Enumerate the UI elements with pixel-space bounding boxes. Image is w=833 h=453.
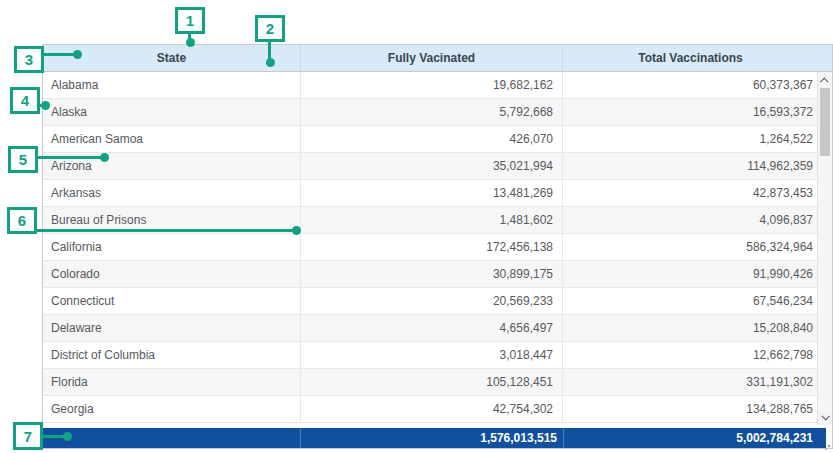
column-header-total-vaccinations[interactable]: Total Vaccinations xyxy=(563,45,832,71)
callout-7: 7 xyxy=(13,422,43,450)
cell-total-vaccinations: 67,546,234 xyxy=(563,288,832,314)
cell-fully-vaccinated: 3,018,447 xyxy=(301,342,563,368)
screenshot-root: State Fully Vacinated Total Vaccinations… xyxy=(0,0,833,453)
cell-fully-vaccinated: 172,456,138 xyxy=(301,234,563,260)
totals-cell-fully-vaccinated: 1,576,013,515 xyxy=(301,428,564,448)
table-row: District of Columbia 3,018,447 12,662,79… xyxy=(43,342,832,369)
cell-fully-vaccinated: 35,021,994 xyxy=(301,153,563,179)
resize-grip-icon[interactable] xyxy=(828,445,830,447)
cell-total-vaccinations: 134,288,765 xyxy=(563,396,832,422)
cell-state: District of Columbia xyxy=(43,342,301,368)
column-header-fully-vaccinated[interactable]: Fully Vacinated xyxy=(301,45,563,71)
cell-state: Delaware xyxy=(43,315,301,341)
cell-total-vaccinations: 12,662,798 xyxy=(563,342,832,368)
callout-1-dot xyxy=(186,38,195,47)
cell-total-vaccinations: 42,873,453 xyxy=(563,180,832,206)
cell-total-vaccinations: 60,373,367 xyxy=(563,72,832,98)
cell-state: Arkansas xyxy=(43,180,301,206)
callout-2: 2 xyxy=(255,15,285,42)
cell-state: American Samoa xyxy=(43,126,301,152)
callout-4: 4 xyxy=(10,87,40,114)
callout-5-line xyxy=(37,156,102,159)
cell-total-vaccinations: 586,324,964 xyxy=(563,234,832,260)
table-row: Florida 105,128,451 331,191,302 xyxy=(43,369,832,396)
scroll-down-button[interactable] xyxy=(818,410,832,423)
cell-total-vaccinations: 15,208,840 xyxy=(563,315,832,341)
cell-fully-vaccinated: 426,070 xyxy=(301,126,563,152)
table-row: Alaska 5,792,668 16,593,372 xyxy=(43,99,832,126)
cell-state: Alabama xyxy=(43,72,301,98)
cell-fully-vaccinated: 4,656,497 xyxy=(301,315,563,341)
totals-cell-state xyxy=(43,428,301,448)
callout-5: 5 xyxy=(8,146,38,173)
cell-fully-vaccinated: 30,899,175 xyxy=(301,261,563,287)
vaccination-table: State Fully Vacinated Total Vaccinations… xyxy=(42,44,833,449)
table-row: American Samoa 426,070 1,264,522 xyxy=(43,126,832,153)
chevron-up-icon xyxy=(820,77,828,85)
table-row: Delaware 4,656,497 15,208,840 xyxy=(43,315,832,342)
cell-fully-vaccinated: 20,569,233 xyxy=(301,288,563,314)
callout-7-dot xyxy=(63,432,72,441)
cell-state: Colorado xyxy=(43,261,301,287)
callout-6: 6 xyxy=(7,207,37,234)
cell-fully-vaccinated: 19,682,162 xyxy=(301,72,563,98)
cell-state: California xyxy=(43,234,301,260)
chevron-down-icon xyxy=(821,412,829,420)
vertical-scrollbar[interactable] xyxy=(817,72,832,425)
table-row: Arkansas 13,481,269 42,873,453 xyxy=(43,180,832,207)
totals-row: 1,576,013,515 5,002,784,231 xyxy=(43,428,826,448)
table-row: Georgia 42,754,302 134,288,765 xyxy=(43,396,832,423)
table-row: Connecticut 20,569,233 67,546,234 xyxy=(43,288,832,315)
table-row: Colorado 30,899,175 91,990,426 xyxy=(43,261,832,288)
cell-fully-vaccinated: 13,481,269 xyxy=(301,180,563,206)
cell-total-vaccinations: 91,990,426 xyxy=(563,261,832,287)
cell-total-vaccinations: 4,096,837 xyxy=(563,207,832,233)
cell-total-vaccinations: 1,264,522 xyxy=(563,126,832,152)
table-header-row: State Fully Vacinated Total Vaccinations xyxy=(43,45,832,72)
callout-6-line xyxy=(36,229,294,232)
cell-total-vaccinations: 16,593,372 xyxy=(563,99,832,125)
cell-state: Connecticut xyxy=(43,288,301,314)
cell-total-vaccinations: 114,962,359 xyxy=(563,153,832,179)
callout-5-dot xyxy=(100,153,109,162)
cell-fully-vaccinated: 1,481,602 xyxy=(301,207,563,233)
table-row: Arizona 35,021,994 114,962,359 xyxy=(43,153,832,180)
cell-state: Florida xyxy=(43,369,301,395)
column-header-state[interactable]: State xyxy=(43,45,301,71)
callout-3: 3 xyxy=(14,46,44,73)
table-row: California 172,456,138 586,324,964 xyxy=(43,234,832,261)
callout-1: 1 xyxy=(175,7,205,34)
table-row: Alabama 19,682,162 60,373,367 xyxy=(43,72,832,99)
callout-2-dot xyxy=(266,58,275,67)
cell-state: Alaska xyxy=(43,99,301,125)
scrollbar-thumb[interactable] xyxy=(820,88,830,156)
cell-fully-vaccinated: 42,754,302 xyxy=(301,396,563,422)
cell-state: Georgia xyxy=(43,396,301,422)
table-body: Alabama 19,682,162 60,373,367 Alaska 5,7… xyxy=(43,72,832,425)
callout-4-dot xyxy=(41,101,50,110)
totals-cell-total-vaccinations: 5,002,784,231 xyxy=(564,428,826,448)
cell-fully-vaccinated: 5,792,668 xyxy=(301,99,563,125)
cell-fully-vaccinated: 105,128,451 xyxy=(301,369,563,395)
callout-3-line xyxy=(43,53,75,56)
callout-6-dot xyxy=(292,226,301,235)
cell-total-vaccinations: 331,191,302 xyxy=(563,369,832,395)
callout-3-dot xyxy=(73,50,82,59)
scroll-up-button[interactable] xyxy=(818,74,832,87)
